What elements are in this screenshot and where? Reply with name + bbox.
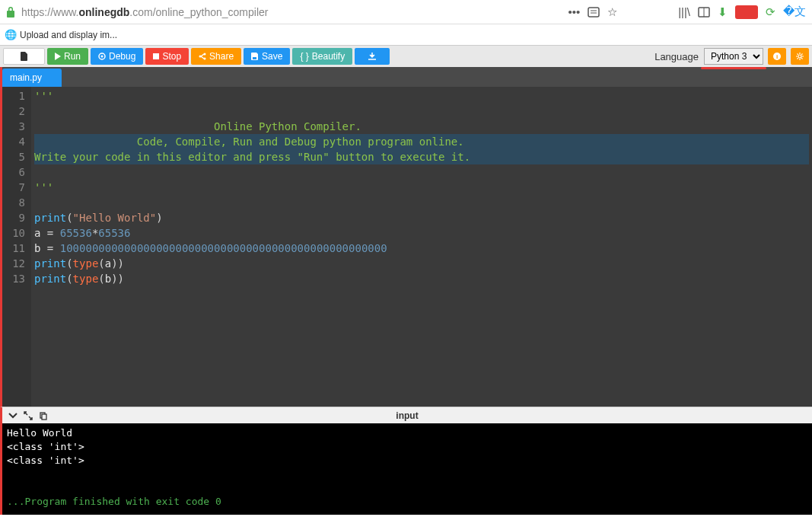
- app-toolbar: Run Debug Stop Share Save { } Beautify L…: [0, 46, 812, 67]
- chevron-down-icon[interactable]: [8, 411, 18, 420]
- svg-rect-7: [153, 53, 159, 59]
- svg-point-6: [101, 56, 103, 58]
- save-icon: [251, 53, 259, 60]
- file-icon: [21, 52, 28, 61]
- language-select[interactable]: Python 3: [704, 48, 763, 65]
- console-line: [7, 468, 807, 481]
- library-icon[interactable]: |||\: [678, 5, 690, 18]
- file-tab-bar: main.py: [0, 67, 812, 87]
- new-file-button[interactable]: [3, 48, 45, 65]
- lock-icon: [6, 7, 15, 18]
- sidebar-icon[interactable]: [698, 7, 710, 18]
- console-line: [7, 481, 807, 495]
- download-icon: [368, 53, 376, 60]
- console-output[interactable]: Hello World <class 'int'> <class 'int'> …: [0, 423, 812, 515]
- code-area[interactable]: ''' Online Python Compiler. Code, Compil…: [31, 87, 812, 407]
- save-button[interactable]: Save: [244, 48, 290, 65]
- svg-rect-11: [253, 57, 256, 59]
- info-button[interactable]: i: [768, 48, 786, 65]
- more-icon[interactable]: •••: [568, 5, 580, 18]
- run-button[interactable]: Run: [47, 48, 88, 65]
- svg-point-14: [798, 55, 801, 58]
- share-icon: [199, 53, 206, 60]
- svg-point-8: [199, 56, 202, 58]
- info-icon: i: [772, 52, 782, 61]
- console-exit-line: ...Program finished with exit code 0: [7, 495, 807, 509]
- expand-icon[interactable]: [24, 411, 33, 420]
- line-gutter: 12345678910111213: [2, 87, 31, 407]
- console-line: Hello World: [7, 426, 807, 440]
- stop-button[interactable]: Stop: [145, 48, 189, 65]
- braces-icon: { }: [300, 51, 308, 62]
- stop-icon: [153, 53, 159, 59]
- svg-point-9: [204, 53, 206, 56]
- browser-tab-strip: 🌐 Upload and display im...: [0, 24, 812, 46]
- output-toolbar: input: [0, 407, 812, 423]
- redacted-icon: [735, 5, 758, 19]
- translate-icon[interactable]: �文: [783, 5, 806, 19]
- browser-toolbar-icons: ••• ☆ |||\ ⬇ ⟳ �文: [568, 5, 806, 19]
- play-icon: [55, 53, 61, 60]
- share-button[interactable]: Share: [191, 48, 241, 65]
- file-tab-main[interactable]: main.py: [2, 69, 62, 87]
- globe-icon: 🌐: [5, 29, 17, 40]
- output-title: input: [396, 410, 418, 421]
- url-text[interactable]: https://www.onlinegdb.com/online_python_…: [18, 6, 568, 18]
- settings-button[interactable]: [791, 48, 809, 65]
- beautify-button[interactable]: { } Beautify: [292, 48, 352, 65]
- debug-button[interactable]: Debug: [91, 48, 143, 65]
- download-button[interactable]: [355, 48, 390, 65]
- svg-rect-0: [588, 8, 599, 17]
- refresh-icon[interactable]: ⟳: [766, 5, 775, 19]
- gear-icon: [795, 52, 804, 61]
- svg-text:i: i: [776, 53, 778, 60]
- download-arrow-icon[interactable]: ⬇: [718, 5, 728, 19]
- svg-point-10: [204, 58, 206, 60]
- language-label: Language: [654, 51, 699, 62]
- bug-icon: [98, 53, 106, 60]
- browser-tab-title[interactable]: Upload and display im...: [20, 30, 117, 40]
- code-editor[interactable]: 12345678910111213 ''' Online Python Comp…: [0, 87, 812, 407]
- star-icon[interactable]: ☆: [607, 5, 617, 19]
- browser-address-bar: https://www.onlinegdb.com/online_python_…: [0, 0, 812, 24]
- console-line: <class 'int'>: [7, 440, 807, 454]
- copy-icon[interactable]: [39, 411, 48, 420]
- reader-icon[interactable]: [588, 7, 600, 18]
- svg-rect-16: [42, 414, 46, 420]
- console-line: <class 'int'>: [7, 454, 807, 468]
